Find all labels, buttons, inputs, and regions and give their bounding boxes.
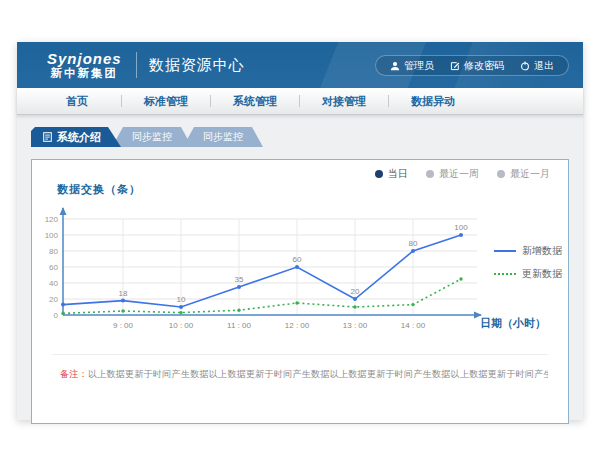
tab-sync-monitor-2[interactable]: 同步监控 [183, 127, 263, 147]
user-toolbar: 管理员 修改密码 退出 [375, 55, 569, 76]
tab-system-intro[interactable]: 系统介绍 [31, 127, 121, 147]
brand-logo-text: Synjones [47, 51, 122, 67]
svg-text:18: 18 [119, 289, 128, 298]
tab-sync-monitor-1[interactable]: 同步监控 [112, 127, 192, 147]
svg-text:20: 20 [351, 287, 360, 296]
solid-line-swatch [494, 250, 516, 252]
x-axis-title: 日期（小时） [480, 316, 546, 331]
svg-text:9 : 00: 9 : 00 [113, 321, 134, 330]
admin-user-button[interactable]: 管理员 [390, 59, 434, 73]
user-icon [390, 61, 400, 71]
svg-text:80: 80 [409, 239, 418, 248]
footnote: 备注：以上数据更新于时间产生数据以上数据更新于时间产生数据以上数据更新于时间产生… [52, 354, 548, 381]
document-icon [43, 132, 52, 142]
svg-text:20: 20 [49, 295, 58, 304]
nav-item-standard-mgmt[interactable]: 标准管理 [122, 88, 210, 115]
logout-label: 退出 [534, 59, 554, 73]
brand-logo: Synjones 新中新集团 [47, 51, 122, 79]
nav-item-home[interactable]: 首页 [33, 88, 121, 115]
legend-item-new-data: 新增数据 [494, 244, 562, 258]
dotted-line-swatch [494, 273, 516, 275]
change-password-label: 修改密码 [464, 59, 504, 73]
svg-text:60: 60 [293, 255, 302, 264]
svg-text:10: 10 [177, 295, 186, 304]
tab-label: 同步监控 [203, 131, 243, 142]
footnote-text: 以上数据更新于时间产生数据以上数据更新于时间产生数据以上数据更新于时间产生数据以… [88, 369, 548, 379]
content-area: 系统介绍 同步监控 同步监控 当日 最近一周 [17, 127, 583, 432]
footnote-prefix: 备注： [60, 369, 88, 379]
change-password-button[interactable]: 修改密码 [450, 59, 504, 73]
edit-icon [450, 61, 460, 71]
svg-text:11 : 00: 11 : 00 [227, 321, 251, 330]
svg-text:100: 100 [454, 223, 468, 232]
nav-item-data-change[interactable]: 数据异动 [389, 88, 477, 115]
svg-text:35: 35 [235, 275, 244, 284]
nav-item-interface-mgmt[interactable]: 对接管理 [300, 88, 388, 115]
svg-text:13 : 00: 13 : 00 [343, 321, 368, 330]
svg-text:120: 120 [45, 215, 59, 224]
tab-bar: 系统介绍 同步监控 同步监控 [31, 127, 583, 147]
main-nav: 首页 标准管理 系统管理 对接管理 数据异动 [17, 88, 583, 115]
legend-label: 更新数据 [522, 267, 562, 281]
app-title: 数据资源中心 [149, 56, 245, 75]
brand-logo-subtext: 新中新集团 [47, 67, 122, 79]
svg-text:100: 100 [45, 231, 59, 240]
svg-text:80: 80 [49, 247, 58, 256]
svg-text:12 : 00: 12 : 00 [285, 321, 310, 330]
svg-text:14 : 00: 14 : 00 [401, 321, 426, 330]
nav-item-system-mgmt[interactable]: 系统管理 [211, 88, 299, 115]
svg-text:0: 0 [54, 311, 59, 320]
admin-user-label: 管理员 [404, 59, 434, 73]
tab-label: 系统介绍 [57, 127, 101, 147]
page: Synjones 新中新集团 数据资源中心 管理员 修改密码 退出 [0, 0, 600, 450]
tab-label: 同步监控 [132, 131, 172, 142]
legend-item-update-data: 更新数据 [494, 267, 562, 281]
legend-label: 新增数据 [522, 244, 562, 258]
svg-text:60: 60 [49, 263, 58, 272]
logout-button[interactable]: 退出 [520, 59, 554, 73]
header-divider [136, 52, 137, 78]
app-header: Synjones 新中新集团 数据资源中心 管理员 修改密码 退出 [17, 42, 583, 88]
chart-legend: 新增数据 更新数据 [494, 244, 562, 281]
svg-text:10 : 00: 10 : 00 [169, 321, 194, 330]
svg-text:40: 40 [49, 279, 58, 288]
app-window: Synjones 新中新集团 数据资源中心 管理员 修改密码 退出 [17, 42, 583, 420]
power-icon [520, 61, 530, 71]
chart-panel: 当日 最近一周 最近一月 数据交换（条） 0204060801001209 : … [31, 159, 569, 424]
